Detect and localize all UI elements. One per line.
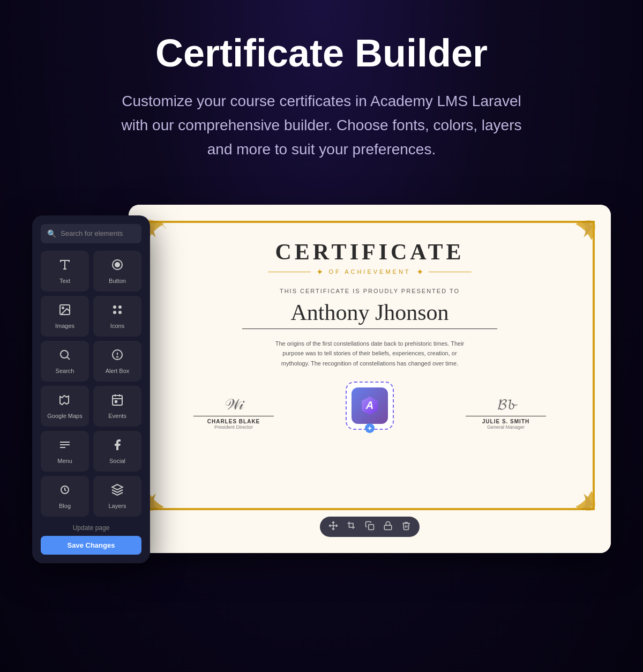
events-icon	[111, 393, 124, 409]
certificate-panel: CERTIFICATE ✦ OF ACHIEVEMENT ✦ THIS CERT…	[129, 205, 611, 553]
cert-description: The origins of the first constellations …	[268, 339, 472, 369]
icons-icon	[111, 303, 124, 319]
element-icons[interactable]: Icons	[93, 296, 141, 337]
corner-tr	[554, 219, 597, 262]
search-element-icon	[58, 348, 71, 364]
cert-signatories: 𝒲𝒾 CHARLES BLAKE President Director	[158, 382, 582, 430]
svg-point-6	[113, 311, 116, 314]
logo-inner: A	[352, 387, 388, 424]
hero-subtitle: Customize your course certificates in Ac…	[113, 89, 530, 161]
toolbar-crop-icon[interactable]	[347, 521, 356, 533]
element-blog-label: Blog	[59, 503, 71, 509]
svg-text:A: A	[365, 399, 373, 411]
element-search-label: Search	[56, 368, 74, 374]
google-maps-icon	[58, 393, 71, 409]
svg-point-8	[61, 350, 68, 358]
cert-logo-container: A +	[346, 382, 394, 430]
panel-footer: Update page Save Changes	[41, 524, 141, 555]
elements-grid: Text Button	[41, 251, 141, 517]
element-text-label: Text	[59, 278, 70, 284]
ui-showcase: 🔍 Search for elements Text	[0, 183, 643, 595]
element-events-label: Events	[108, 413, 126, 419]
sig-2-name: JULIE S. SMITH	[466, 419, 546, 424]
element-icons-label: Icons	[110, 323, 124, 329]
element-social[interactable]: Social	[93, 431, 141, 472]
sig-1-title: President Director	[193, 424, 274, 430]
save-changes-button[interactable]: Save Changes	[41, 536, 141, 555]
cert-recipient: Anthony Jhonson	[290, 300, 448, 325]
element-button[interactable]: Button	[93, 251, 141, 292]
signatory-2: 𝓑𝓫 JULIE S. SMITH General Manager	[466, 396, 546, 430]
search-icon: 🔍	[47, 229, 56, 238]
cert-recipient-container: Anthony Jhonson	[158, 300, 582, 325]
sig-1-line	[193, 416, 274, 416]
search-placeholder: Search for elements	[61, 229, 123, 237]
corner-br	[554, 469, 597, 512]
images-icon	[58, 303, 71, 319]
svg-point-1	[115, 263, 119, 267]
menu-icon	[58, 438, 71, 454]
cert-logo-badge: A +	[346, 382, 394, 430]
signatory-1: 𝒲𝒾 CHARLES BLAKE President Director	[193, 396, 274, 430]
element-blog[interactable]: Blog	[41, 476, 89, 517]
svg-rect-27	[369, 524, 374, 529]
element-menu-label: Menu	[57, 458, 72, 464]
cert-line-right	[429, 272, 472, 272]
cert-title: CERTIFICATE	[158, 239, 582, 265]
svg-point-11	[117, 356, 118, 357]
cert-recipient-line	[242, 328, 497, 329]
cert-toolbar	[145, 517, 595, 537]
certificate-inner: CERTIFICATE ✦ OF ACHIEVEMENT ✦ THIS CERT…	[129, 205, 611, 553]
social-icon	[111, 438, 124, 454]
sig-2-image: 𝓑𝓫	[466, 396, 546, 414]
sig-2-line	[466, 416, 546, 416]
toolbar-transform-icon[interactable]	[328, 521, 338, 533]
element-alert-label: Alert Box	[106, 368, 130, 374]
element-google-maps[interactable]: Google Maps	[41, 386, 89, 427]
cert-subtitle: OF ACHIEVEMENT	[328, 268, 410, 275]
element-search[interactable]: Search	[41, 341, 89, 382]
toolbar-lock-icon[interactable]	[383, 521, 393, 533]
cert-line-left	[268, 272, 311, 272]
svg-rect-16	[115, 401, 117, 402]
element-events[interactable]: Events	[93, 386, 141, 427]
svg-marker-21	[112, 484, 123, 490]
search-bar[interactable]: 🔍 Search for elements	[41, 224, 141, 243]
logo-plus: +	[365, 423, 375, 433]
element-images-label: Images	[55, 323, 74, 329]
cert-presented-text: THIS CERTIFICATE IS PROUDLY PRESENTED TO	[158, 288, 582, 294]
sig-1-image: 𝒲𝒾	[193, 396, 274, 414]
element-layers[interactable]: Layers	[93, 476, 141, 517]
element-social-label: Social	[109, 458, 125, 464]
element-layers-label: Layers	[108, 503, 126, 509]
hero-title: Certificate Builder	[64, 32, 579, 74]
sig-1-name: CHARLES BLAKE	[193, 419, 274, 424]
alert-box-icon	[111, 348, 124, 364]
cert-border: CERTIFICATE ✦ OF ACHIEVEMENT ✦ THIS CERT…	[145, 221, 595, 510]
svg-point-3	[62, 307, 64, 309]
cert-subtitle-bar: ✦ OF ACHIEVEMENT ✦	[158, 267, 582, 277]
svg-point-5	[118, 305, 122, 309]
blog-icon	[58, 483, 71, 499]
element-maps-label: Google Maps	[47, 413, 82, 419]
svg-point-7	[118, 311, 122, 314]
toolbar-bar	[320, 517, 420, 537]
button-icon	[111, 258, 124, 274]
element-alert-box[interactable]: Alert Box	[93, 341, 141, 382]
left-panel: 🔍 Search for elements Text	[32, 215, 150, 563]
sig-2-title: General Manager	[466, 424, 546, 430]
svg-rect-28	[384, 525, 392, 529]
page-container: Certificate Builder Customize your cours…	[0, 0, 643, 595]
element-button-label: Button	[109, 278, 126, 284]
text-icon	[58, 258, 71, 274]
toolbar-copy-icon[interactable]	[365, 521, 375, 533]
svg-point-4	[113, 305, 116, 309]
update-page-text: Update page	[41, 524, 141, 532]
hero-section: Certificate Builder Customize your cours…	[0, 0, 643, 183]
layers-icon	[111, 483, 124, 499]
element-menu[interactable]: Menu	[41, 431, 89, 472]
toolbar-delete-icon[interactable]	[401, 521, 411, 533]
element-text[interactable]: Text	[41, 251, 89, 292]
element-images[interactable]: Images	[41, 296, 89, 337]
